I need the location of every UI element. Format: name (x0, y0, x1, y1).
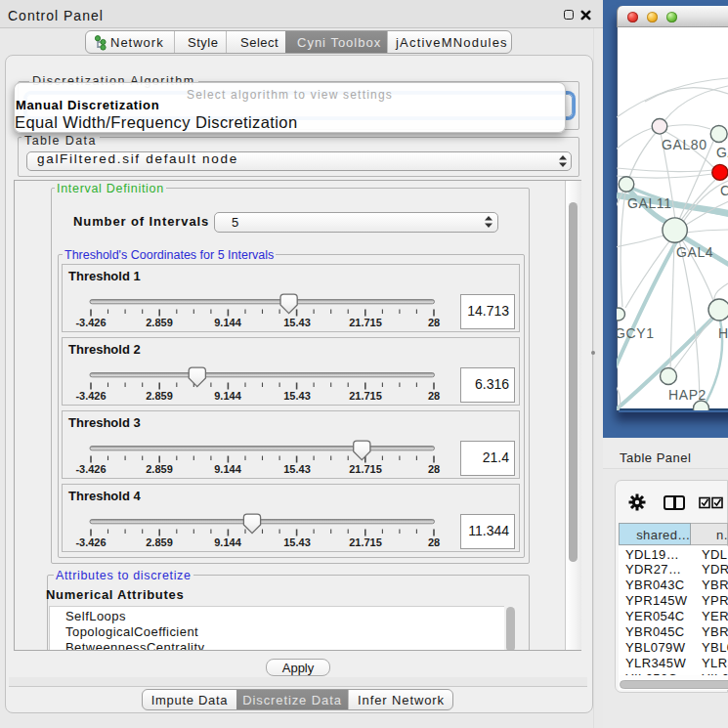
svg-text:GAL11: GAL11 (627, 195, 672, 211)
svg-text:HAP2: HAP2 (668, 387, 707, 403)
svg-text:HA: HA (718, 325, 728, 341)
svg-text:GAL4: GAL4 (676, 244, 713, 260)
svg-text:GAL80: GAL80 (662, 137, 707, 152)
svg-text:GA: GA (716, 145, 728, 160)
svg-text:CY: CY (720, 183, 728, 198)
svg-text:GCY1: GCY1 (617, 325, 655, 341)
